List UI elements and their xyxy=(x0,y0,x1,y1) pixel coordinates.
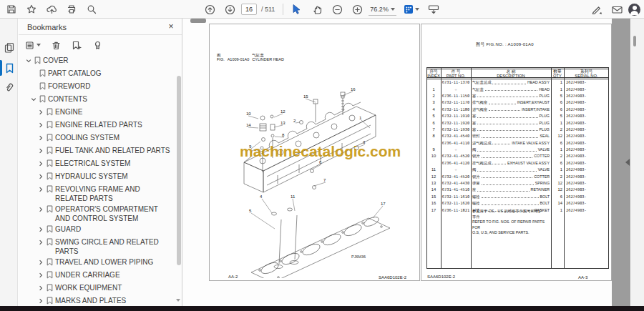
chevron-right-icon[interactable] xyxy=(36,237,45,247)
table-note: 参见用于 OS、US 的维修零件图号和维护零件REFER TO FIG. NOS… xyxy=(471,207,551,236)
chevron-right-icon[interactable] xyxy=(36,224,45,234)
bookmark-label: TRAVEL AND LOWER PIPING xyxy=(54,257,157,267)
bookmark-label: ENGINE RELATED PARTS xyxy=(54,120,147,129)
bookmarks-panel-header: Bookmarks × xyxy=(19,19,182,34)
delete-bookmark-icon[interactable] xyxy=(48,38,64,52)
chevron-right-icon[interactable] xyxy=(36,120,45,129)
attachments-icon[interactable] xyxy=(4,82,15,93)
zoom-level-dropdown[interactable]: 76.2% xyxy=(369,3,396,16)
col-serial-en: SERIAL NO. xyxy=(575,74,597,78)
chevron-right-icon[interactable] xyxy=(36,283,45,292)
bookmark-label: SWING CIRCLE AND RELATED PARTS xyxy=(54,237,176,256)
mail-icon[interactable] xyxy=(608,1,625,17)
chevron-right-icon[interactable] xyxy=(36,296,45,305)
bookmark-item[interactable]: PART CATALOG xyxy=(19,67,176,80)
bookmark-item[interactable]: ELECTRICAL SYSTEM xyxy=(19,157,176,170)
chevron-right-icon[interactable] xyxy=(36,270,45,280)
chevron-right-icon[interactable] xyxy=(36,204,45,214)
chevron-right-icon[interactable] xyxy=(36,133,45,142)
bookmark-item[interactable]: HYDRAULIC SYSTEM xyxy=(19,170,176,183)
table-row: 76732-11-1930塞PLUG226274903- xyxy=(426,127,609,133)
bookmark-item[interactable]: ENGINE xyxy=(19,106,176,119)
bookmark-flag-icon xyxy=(45,107,54,117)
bookmark-item[interactable]: ENGINE RELATED PARTS xyxy=(19,119,176,132)
zoom-out-icon[interactable] xyxy=(328,1,346,17)
chevron-right-icon[interactable] xyxy=(36,159,45,168)
read-mode-icon[interactable] xyxy=(425,1,442,17)
document-canvas: 图 FIG. A1009-01A0 气缸盖 CYLINDER HEAD xyxy=(183,23,644,306)
vertical-scrollbar[interactable] xyxy=(631,19,644,306)
table-row: 166732-11-1620螺栓BOLT1426274903- xyxy=(426,200,609,207)
bookmark-flag-icon xyxy=(45,172,54,181)
bookmarks-scrollbar[interactable] xyxy=(177,54,181,303)
bookmark-item[interactable]: FOREWORD xyxy=(19,80,176,93)
bookmark-flag-icon xyxy=(45,270,54,280)
bookmark-flag-icon xyxy=(45,146,54,155)
vertical-scrollbar-thumb[interactable] xyxy=(633,36,636,46)
bookmarks-tree: COVERPART CATALOGFOREWORDCONTENTSENGINEE… xyxy=(19,54,176,306)
diagram-callout: 4 xyxy=(260,194,263,199)
fill-sign-icon[interactable] xyxy=(588,1,605,17)
bookmark-item[interactable]: WORK EQUIPMENT xyxy=(19,282,176,295)
bookmark-item[interactable]: MARKS AND PLATES xyxy=(19,295,176,306)
page-footer-right: SAA6D102E-2 xyxy=(379,275,406,280)
page-total-label: / 511 xyxy=(261,6,275,13)
page-down-icon[interactable] xyxy=(221,1,238,17)
bookmark-item[interactable]: SWING CIRCLE AND RELATED PARTS xyxy=(19,236,176,256)
search-icon[interactable] xyxy=(83,1,100,17)
page-thumbnails-icon[interactable] xyxy=(4,41,15,53)
bookmark-item[interactable]: GUARD xyxy=(19,223,176,236)
chevron-right-icon[interactable] xyxy=(36,107,45,117)
close-icon[interactable]: × xyxy=(166,21,176,31)
hand-tool-icon[interactable] xyxy=(308,1,326,17)
page-view-dropdown[interactable] xyxy=(404,4,419,14)
save-icon[interactable] xyxy=(3,1,20,17)
star-icon[interactable] xyxy=(23,1,40,17)
note-line: 参见用于 OS、US 的维修零件图号和维护 xyxy=(472,209,550,214)
zoom-level-value: 76.2% xyxy=(370,6,389,13)
print-icon[interactable] xyxy=(63,1,80,17)
share-icon[interactable] xyxy=(43,1,60,17)
bookmark-item[interactable]: REVOLVING FRAME AND RELATED PARTS xyxy=(19,183,176,203)
scroll-down-arrow-icon[interactable] xyxy=(176,299,180,302)
bookmark-item[interactable]: OPERATOR'S COMPARTMENT AND CONTROL SYSTE… xyxy=(19,203,176,223)
bookmark-label: ELECTRICAL SYSTEM xyxy=(54,159,135,168)
page-number-input[interactable]: 16 xyxy=(241,4,257,15)
bookmark-item[interactable]: CONTENTS xyxy=(19,93,176,106)
diagram-callout: 17 xyxy=(381,202,386,206)
chevron-right-icon[interactable] xyxy=(36,172,45,181)
diagram-callout: 1 xyxy=(359,116,362,120)
chevron-right-icon[interactable] xyxy=(36,146,45,155)
table-row: 106732-41-4520锁片COTTER226274903- xyxy=(426,153,609,159)
parts-table: 序号INDEX 件 号PART NO. 名 称DESCRIPTION 数量QTY… xyxy=(426,67,609,269)
page-up-icon[interactable] xyxy=(201,1,218,17)
bookmark-flag-icon xyxy=(38,94,47,104)
bookmark-item[interactable]: COOLING SYSTEM xyxy=(19,132,176,144)
horizontal-scrollbar-thumb[interactable] xyxy=(190,19,206,23)
bookmark-item[interactable]: FUEL TANK AND RELATED PARTS xyxy=(19,144,176,157)
chevron-right-icon[interactable] xyxy=(36,257,45,267)
zoom-in-icon[interactable] xyxy=(348,1,366,17)
diagram-callout: 8 xyxy=(282,133,285,137)
options-icon[interactable] xyxy=(23,38,43,52)
chevron-down-icon[interactable] xyxy=(24,56,33,65)
bookmarks-icon[interactable] xyxy=(4,62,15,74)
bookmark-label: FOREWORD xyxy=(47,82,94,91)
diagram-callout: 15 xyxy=(303,94,308,99)
bookmark-label: MARKS AND PLATES xyxy=(54,296,130,305)
diagram-callout: 7 xyxy=(323,178,326,182)
account-icon[interactable] xyxy=(628,4,640,16)
chevron-right-icon[interactable] xyxy=(36,184,45,194)
bookmark-item[interactable]: TRAVEL AND LOWER PIPING xyxy=(19,256,176,269)
collapse-pane-arrow-icon[interactable] xyxy=(625,159,630,166)
col-part-en: PART NO. xyxy=(447,74,466,78)
bookmark-item[interactable]: COVER xyxy=(19,54,176,67)
note-line: 零件 xyxy=(472,214,550,220)
bookmarks-scrollbar-thumb[interactable] xyxy=(177,76,181,265)
bookmark-badge-icon[interactable] xyxy=(89,38,105,52)
bookmark-item[interactable]: UNDER CARRIAGE xyxy=(19,269,176,282)
select-tool-icon[interactable] xyxy=(288,1,306,17)
new-bookmark-icon[interactable] xyxy=(69,38,84,52)
chevron-down-icon[interactable] xyxy=(29,94,38,104)
diagram-callout: 2 xyxy=(293,119,296,123)
